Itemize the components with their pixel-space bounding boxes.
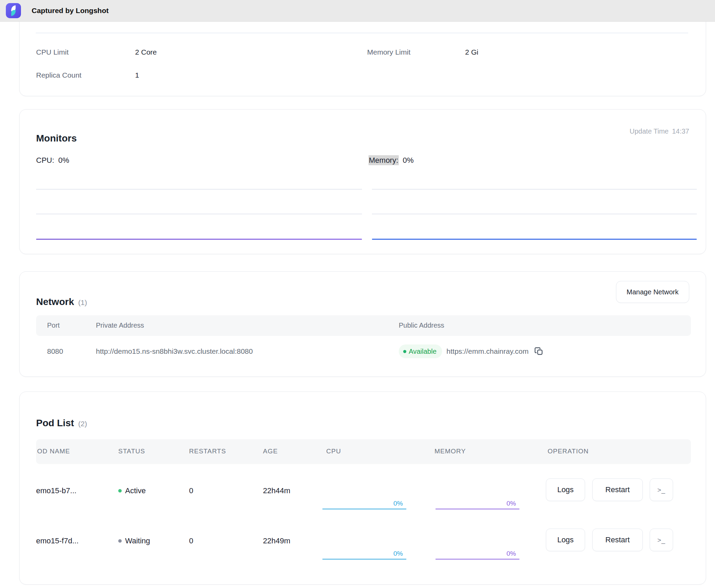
col-age: AGE (263, 447, 278, 456)
monitors-title: Monitors (36, 133, 77, 144)
pod-list-count: (2) (78, 420, 87, 428)
terminal-button[interactable]: >_ (650, 529, 673, 551)
terminal-icon: >_ (657, 536, 666, 544)
pod-list-title-text: Pod List (36, 418, 74, 428)
logs-button[interactable]: Logs (546, 478, 585, 501)
memory-spark-line (436, 559, 519, 559)
available-text: Available (409, 348, 437, 355)
pod-restarts: 0 (189, 536, 193, 546)
public-address-cell: Available https://emm.chainray.com (399, 344, 544, 358)
pod-age: 22h44m (263, 486, 290, 496)
pod-name: emo15-f7d... (36, 536, 79, 546)
network-title: Network(1) (36, 296, 87, 308)
col-memory: MEMORY (434, 447, 466, 456)
cpu-spark-value: 0% (322, 499, 406, 508)
cpu-sparkline: 0% (322, 499, 406, 509)
pod-status: Waiting (125, 536, 150, 546)
cpu-label-text: CPU: (36, 156, 54, 165)
col-restarts: RESTARTS (189, 447, 226, 456)
cpu-value-text: 0% (58, 156, 69, 165)
cpu-sparkline: 0% (322, 549, 406, 559)
memory-value-text: 0% (403, 156, 414, 165)
cpu-limit-value: 2 Core (135, 48, 157, 57)
status-dot-icon (118, 539, 122, 543)
status-dot-icon (118, 489, 122, 493)
pod-list-title: Pod List(2) (36, 417, 87, 430)
update-time-label: Update Time (630, 127, 669, 135)
replica-count-label: Replica Count (36, 71, 81, 80)
cpu-chart-line (36, 239, 362, 240)
status-badge: Available (399, 344, 442, 358)
col-port: Port (47, 321, 60, 330)
capture-topbar: Captured by Longshot (0, 0, 715, 22)
memory-limit-value: 2 Gi (465, 48, 478, 57)
restart-button[interactable]: Restart (592, 529, 643, 551)
memory-limit-label: Memory Limit (367, 48, 410, 57)
replica-count-value: 1 (135, 71, 139, 80)
memory-sparkline: 0% (436, 549, 519, 559)
gridline (36, 189, 362, 190)
gridline (372, 214, 697, 214)
pod-restarts: 0 (189, 486, 193, 496)
gridline (36, 214, 362, 214)
monitors-card: Monitors Update Time14:37 CPU:0% Memory:… (19, 109, 706, 254)
network-card: Network(1) Manage Network Port Private A… (19, 271, 706, 377)
terminal-icon: >_ (657, 486, 666, 494)
page: CPU Limit 2 Core Memory Limit 2 Gi Repli… (0, 0, 715, 588)
col-public-address: Public Address (399, 321, 444, 330)
network-title-text: Network (36, 296, 74, 307)
app-logo-icon (6, 3, 21, 18)
restart-button[interactable]: Restart (592, 478, 643, 501)
available-dot-icon (403, 350, 406, 353)
pod-status: Active (125, 486, 146, 496)
gridline (372, 189, 697, 190)
pod-name: emo15-b7... (36, 486, 76, 496)
pod-age: 22h49m (263, 536, 290, 546)
update-time-value: 14:37 (672, 127, 689, 135)
public-url-link[interactable]: https://emm.chainray.com (447, 347, 529, 355)
memory-monitor-label: Memory:0% (368, 156, 414, 165)
cpu-limit-label: CPU Limit (36, 48, 69, 57)
cpu-spark-line (322, 509, 406, 509)
col-status: STATUS (118, 447, 145, 456)
cpu-spark-line (322, 559, 406, 559)
memory-chart-line (372, 239, 697, 240)
col-cpu: CPU (326, 447, 341, 456)
col-operation: OPERATION (548, 447, 589, 456)
divider (36, 33, 688, 33)
network-count: (1) (78, 298, 87, 306)
memory-label-text: Memory: (368, 155, 399, 165)
terminal-button[interactable]: >_ (650, 478, 673, 501)
pod-list-card: Pod List(2) OD NAME STATUS RESTARTS AGE … (19, 392, 706, 585)
logs-button[interactable]: Logs (546, 529, 585, 551)
private-address: http://demo15.ns-sn8bhi3w.svc.cluster.lo… (96, 347, 253, 356)
manage-network-button[interactable]: Manage Network (616, 281, 689, 303)
update-time: Update Time14:37 (630, 127, 689, 136)
col-private-address: Private Address (96, 321, 144, 330)
cpu-spark-value: 0% (322, 549, 406, 558)
memory-sparkline: 0% (436, 499, 519, 509)
memory-spark-line (436, 509, 519, 509)
port-value: 8080 (47, 347, 63, 356)
cpu-monitor-label: CPU:0% (36, 156, 69, 165)
copy-icon[interactable] (534, 346, 544, 357)
capture-title: Captured by Longshot (32, 0, 109, 21)
memory-spark-value: 0% (436, 499, 519, 508)
memory-spark-value: 0% (436, 549, 519, 558)
col-pod-name: OD NAME (37, 447, 70, 456)
